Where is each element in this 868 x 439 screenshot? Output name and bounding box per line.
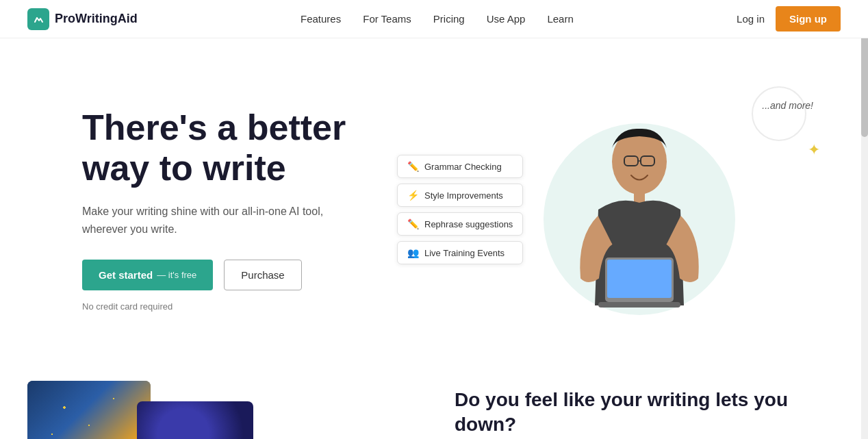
logo-link[interactable]: ProWritingAid [27,8,138,30]
training-icon: 👥 [407,247,419,258]
pill-rephrase: ✏️ Rephrase suggestions [397,212,523,236]
nav-pricing[interactable]: Pricing [433,13,465,25]
person-illustration [564,114,715,333]
hero-title: There's a better way to write [82,108,438,190]
nav-actions: Log in Sign up [737,6,841,32]
hero-subtitle: Make your writing shine with our all-in-… [82,203,342,238]
section-text: Do you feel like your writing lets you d… [455,381,841,439]
get-started-button[interactable]: Get started — it's free [82,260,213,290]
section-images: My idea in my head [27,381,413,439]
purchase-button[interactable]: Purchase [224,260,301,290]
second-section: My idea in my head Do you feel like your… [0,367,868,439]
pill-training: 👥 Live Training Events [397,241,523,264]
nav-links: Features For Teams Pricing Use App Learn [301,13,574,25]
hero-right: ✏️ Grammar Checking ⚡ Style Improvements… [438,79,841,340]
style-icon: ⚡ [407,190,419,201]
nav-for-teams[interactable]: For Teams [363,13,411,25]
scrollbar-track[interactable] [861,0,868,439]
rephrase-icon: ✏️ [407,218,419,229]
sparkle-icon: ✦ [808,141,820,159]
section-title: Do you feel like your writing lets you d… [455,388,841,438]
svg-rect-7 [607,260,672,298]
image-card-2 [137,401,253,439]
svg-rect-8 [598,302,680,308]
hero-person [523,86,756,333]
logo-icon [27,8,49,30]
logo-text: ProWritingAid [55,12,138,26]
signup-button[interactable]: Sign up [776,6,841,32]
nav-use-app[interactable]: Use App [487,13,526,25]
and-more-text: ...and more! [762,100,813,111]
hero-left: There's a better way to write Make your … [82,108,438,312]
login-button[interactable]: Log in [737,13,765,25]
hero-circle-outline [752,86,806,141]
hero-section: There's a better way to write Make your … [0,38,868,367]
no-credit-card-text: No credit card required [82,301,438,312]
pill-style: ⚡ Style Improvements [397,184,523,207]
starry-night-bg [27,381,151,439]
swirly-bg [137,401,253,439]
pill-grammar: ✏️ Grammar Checking [397,155,523,178]
nav-learn[interactable]: Learn [547,13,573,25]
navbar: ProWritingAid Features For Teams Pricing… [0,0,868,38]
feature-pills: ✏️ Grammar Checking ⚡ Style Improvements… [397,155,523,264]
nav-features[interactable]: Features [301,13,341,25]
hero-buttons: Get started — it's free Purchase [82,260,438,290]
grammar-icon: ✏️ [407,161,419,172]
image-card-1 [27,381,151,439]
